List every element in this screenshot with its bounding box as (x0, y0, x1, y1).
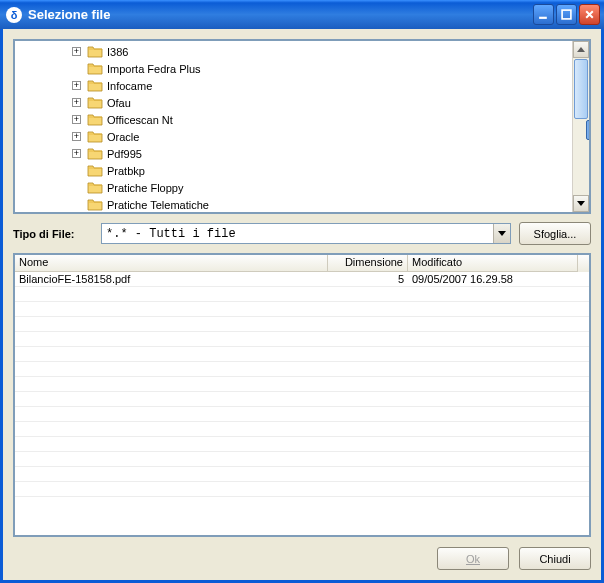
browse-button[interactable]: Sfoglia... (519, 222, 591, 245)
tree-item[interactable]: Programmi (87, 213, 589, 214)
tree-item[interactable]: Pratbkp (87, 162, 589, 179)
blank-row (15, 392, 589, 407)
tree-item[interactable]: +Ofau (87, 94, 589, 111)
filetype-row: Tipo di File: *.* - Tutti i file Sfoglia… (13, 222, 591, 245)
maximize-button[interactable] (556, 4, 577, 25)
expand-icon[interactable]: + (72, 81, 81, 90)
blank-row (15, 362, 589, 377)
cell-dimensione: 5 (328, 273, 408, 285)
tree-item[interactable]: +Oracle (87, 128, 589, 145)
folder-icon (87, 147, 103, 160)
title-bar: δ Selezione file (0, 0, 604, 29)
blank-row (15, 317, 589, 332)
folder-tree[interactable]: +I386Importa Fedra Plus+Infocame+Ofau+Of… (13, 39, 591, 214)
folder-icon (87, 45, 103, 58)
minimize-button[interactable] (533, 4, 554, 25)
expand-icon[interactable]: + (72, 132, 81, 141)
blank-row (15, 407, 589, 422)
tree-item-label: Pratbkp (107, 165, 145, 177)
scroll-down-button[interactable] (573, 195, 589, 212)
svg-rect-0 (539, 17, 547, 19)
ok-button[interactable]: Ok (437, 547, 509, 570)
scroll-ridge-icon (586, 120, 591, 140)
expand-icon[interactable]: + (72, 149, 81, 158)
tree-item-label: Infocame (107, 80, 152, 92)
blank-row (15, 377, 589, 392)
column-header-modificato[interactable]: Modificato (408, 255, 578, 272)
tree-item[interactable]: +I386 (87, 43, 589, 60)
app-icon: δ (6, 7, 22, 23)
bottom-bar: Ok Chiudi (13, 537, 591, 570)
blank-row (15, 422, 589, 437)
filetype-combo[interactable]: *.* - Tutti i file (101, 223, 511, 244)
folder-icon (87, 79, 103, 92)
filetype-value: *.* - Tutti i file (106, 227, 236, 241)
folder-icon (87, 113, 103, 126)
tree-item-label: Pratiche Floppy (107, 182, 183, 194)
folder-icon (87, 164, 103, 177)
expand-icon[interactable]: + (72, 98, 81, 107)
svg-rect-1 (562, 10, 571, 19)
expand-icon[interactable]: + (72, 115, 81, 124)
file-row[interactable]: BilancioFE-158158.pdf509/05/2007 16.29.5… (15, 272, 589, 287)
blank-row (15, 452, 589, 467)
cell-modificato: 09/05/2007 16.29.58 (408, 273, 578, 285)
tree-scrollbar[interactable] (572, 41, 589, 212)
file-list-header: Nome Dimensione Modificato (15, 255, 589, 272)
blank-row (15, 302, 589, 317)
tree-item[interactable]: Pratiche Floppy (87, 179, 589, 196)
blank-row (15, 287, 589, 302)
client-area: +I386Importa Fedra Plus+Infocame+Ofau+Of… (0, 29, 604, 583)
cell-nome: BilancioFE-158158.pdf (15, 273, 328, 285)
tree-item-label: Importa Fedra Plus (107, 63, 201, 75)
tree-item[interactable]: +Infocame (87, 77, 589, 94)
window-title: Selezione file (28, 7, 533, 22)
filetype-label: Tipo di File: (13, 228, 93, 240)
tree-item-label: Oracle (107, 131, 139, 143)
combo-arrow-icon[interactable] (493, 224, 510, 243)
blank-row (15, 332, 589, 347)
tree-item[interactable]: Importa Fedra Plus (87, 60, 589, 77)
file-list[interactable]: Nome Dimensione Modificato BilancioFE-15… (13, 253, 591, 537)
tree-item-label: Officescan Nt (107, 114, 173, 126)
window-controls (533, 4, 600, 25)
tree-item-label: I386 (107, 46, 128, 58)
folder-icon (87, 198, 103, 211)
folder-icon (87, 130, 103, 143)
folder-icon (87, 96, 103, 109)
tree-item-label: Pdf995 (107, 148, 142, 160)
tree-item-label: Pratiche Telematiche (107, 199, 209, 211)
blank-row (15, 347, 589, 362)
folder-icon (87, 62, 103, 75)
scroll-thumb[interactable] (574, 59, 588, 119)
scroll-up-button[interactable] (573, 41, 589, 58)
blank-row (15, 467, 589, 482)
close-button[interactable] (579, 4, 600, 25)
tree-item[interactable]: +Officescan Nt (87, 111, 589, 128)
tree-item[interactable]: Pratiche Telematiche (87, 196, 589, 213)
column-header-dimensione[interactable]: Dimensione (328, 255, 408, 272)
folder-icon (87, 181, 103, 194)
expand-icon[interactable]: + (72, 47, 81, 56)
blank-row (15, 437, 589, 452)
blank-row (15, 482, 589, 497)
tree-item[interactable]: +Pdf995 (87, 145, 589, 162)
tree-item-label: Ofau (107, 97, 131, 109)
column-header-nome[interactable]: Nome (15, 255, 328, 272)
chiudi-button[interactable]: Chiudi (519, 547, 591, 570)
